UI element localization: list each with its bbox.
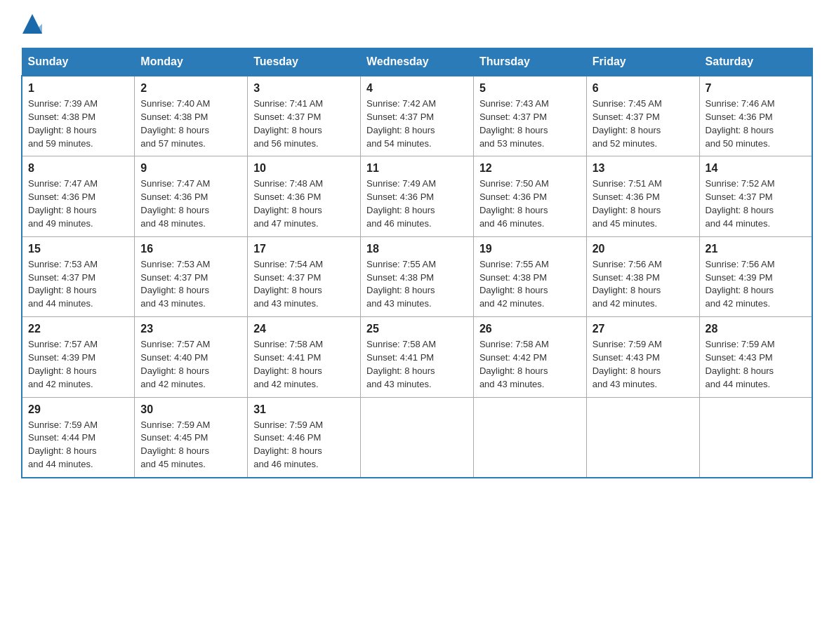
day-info: Sunrise: 7:43 AMSunset: 4:37 PMDaylight:… <box>479 98 549 149</box>
header-friday: Friday <box>586 48 699 76</box>
calendar-cell <box>699 397 812 478</box>
day-number: 24 <box>253 323 355 335</box>
day-info: Sunrise: 7:39 AMSunset: 4:38 PMDaylight:… <box>28 98 98 149</box>
calendar-cell: 2 Sunrise: 7:40 AMSunset: 4:38 PMDayligh… <box>135 76 248 156</box>
calendar-cell: 16 Sunrise: 7:53 AMSunset: 4:37 PMDaylig… <box>135 236 248 316</box>
calendar-cell: 28 Sunrise: 7:59 AMSunset: 4:43 PMDaylig… <box>699 317 812 397</box>
day-info: Sunrise: 7:47 AMSunset: 4:36 PMDaylight:… <box>28 178 98 229</box>
calendar-cell: 24 Sunrise: 7:58 AMSunset: 4:41 PMDaylig… <box>248 317 361 397</box>
day-info: Sunrise: 7:57 AMSunset: 4:39 PMDaylight:… <box>28 339 98 389</box>
calendar-week-row: 8 Sunrise: 7:47 AMSunset: 4:36 PMDayligh… <box>22 156 812 236</box>
header-saturday: Saturday <box>699 48 812 76</box>
day-info: Sunrise: 7:41 AMSunset: 4:37 PMDaylight:… <box>253 98 323 149</box>
calendar-cell: 23 Sunrise: 7:57 AMSunset: 4:40 PMDaylig… <box>135 317 248 397</box>
calendar-week-row: 22 Sunrise: 7:57 AMSunset: 4:39 PMDaylig… <box>22 317 812 397</box>
calendar-cell: 21 Sunrise: 7:56 AMSunset: 4:39 PMDaylig… <box>699 236 812 316</box>
calendar-cell: 8 Sunrise: 7:47 AMSunset: 4:36 PMDayligh… <box>22 156 135 236</box>
calendar-week-row: 1 Sunrise: 7:39 AMSunset: 4:38 PMDayligh… <box>22 76 812 156</box>
day-number: 10 <box>253 162 355 175</box>
day-number: 26 <box>479 323 581 335</box>
day-number: 28 <box>706 323 806 335</box>
calendar-cell: 3 Sunrise: 7:41 AMSunset: 4:37 PMDayligh… <box>248 76 361 156</box>
day-number: 13 <box>593 162 694 175</box>
calendar-week-row: 29 Sunrise: 7:59 AMSunset: 4:44 PMDaylig… <box>22 397 812 478</box>
day-info: Sunrise: 7:55 AMSunset: 4:38 PMDaylight:… <box>366 259 436 309</box>
calendar-table: SundayMondayTuesdayWednesdayThursdayFrid… <box>21 48 813 478</box>
calendar-cell: 22 Sunrise: 7:57 AMSunset: 4:39 PMDaylig… <box>22 317 135 397</box>
day-number: 11 <box>366 162 468 175</box>
header-wednesday: Wednesday <box>361 48 474 76</box>
day-info: Sunrise: 7:59 AMSunset: 4:43 PMDaylight:… <box>706 339 775 389</box>
day-number: 2 <box>140 82 241 95</box>
calendar-cell: 9 Sunrise: 7:47 AMSunset: 4:36 PMDayligh… <box>135 156 248 236</box>
day-info: Sunrise: 7:51 AMSunset: 4:36 PMDaylight:… <box>593 178 662 229</box>
day-info: Sunrise: 7:48 AMSunset: 4:36 PMDaylight:… <box>253 178 323 229</box>
day-info: Sunrise: 7:49 AMSunset: 4:36 PMDaylight:… <box>366 178 436 229</box>
day-number: 30 <box>140 403 241 416</box>
calendar-cell: 14 Sunrise: 7:52 AMSunset: 4:37 PMDaylig… <box>699 156 812 236</box>
calendar-cell <box>473 397 586 478</box>
day-info: Sunrise: 7:59 AMSunset: 4:44 PMDaylight:… <box>28 420 98 470</box>
calendar-cell: 7 Sunrise: 7:46 AMSunset: 4:36 PMDayligh… <box>699 76 812 156</box>
day-number: 20 <box>593 243 694 255</box>
calendar-cell: 12 Sunrise: 7:50 AMSunset: 4:36 PMDaylig… <box>473 156 586 236</box>
day-info: Sunrise: 7:53 AMSunset: 4:37 PMDaylight:… <box>140 259 210 309</box>
header-monday: Monday <box>135 48 248 76</box>
day-number: 7 <box>706 82 806 95</box>
calendar-cell: 4 Sunrise: 7:42 AMSunset: 4:37 PMDayligh… <box>361 76 474 156</box>
day-info: Sunrise: 7:56 AMSunset: 4:38 PMDaylight:… <box>593 259 662 309</box>
day-info: Sunrise: 7:47 AMSunset: 4:36 PMDaylight:… <box>140 178 210 229</box>
calendar-cell: 13 Sunrise: 7:51 AMSunset: 4:36 PMDaylig… <box>586 156 699 236</box>
day-number: 31 <box>253 403 355 416</box>
day-info: Sunrise: 7:50 AMSunset: 4:36 PMDaylight:… <box>479 178 549 229</box>
day-number: 6 <box>593 82 694 95</box>
calendar-cell: 19 Sunrise: 7:55 AMSunset: 4:38 PMDaylig… <box>473 236 586 316</box>
calendar-cell <box>586 397 699 478</box>
day-number: 15 <box>28 243 128 255</box>
day-number: 21 <box>706 243 806 255</box>
calendar-cell: 20 Sunrise: 7:56 AMSunset: 4:38 PMDaylig… <box>586 236 699 316</box>
day-info: Sunrise: 7:58 AMSunset: 4:42 PMDaylight:… <box>479 339 549 389</box>
day-info: Sunrise: 7:42 AMSunset: 4:37 PMDaylight:… <box>366 98 436 149</box>
day-number: 22 <box>28 323 128 335</box>
calendar-cell: 11 Sunrise: 7:49 AMSunset: 4:36 PMDaylig… <box>361 156 474 236</box>
calendar-cell <box>361 397 474 478</box>
day-number: 12 <box>479 162 581 175</box>
calendar-cell: 18 Sunrise: 7:55 AMSunset: 4:38 PMDaylig… <box>361 236 474 316</box>
day-number: 18 <box>366 243 468 255</box>
day-info: Sunrise: 7:57 AMSunset: 4:40 PMDaylight:… <box>140 339 210 389</box>
day-info: Sunrise: 7:54 AMSunset: 4:37 PMDaylight:… <box>253 259 323 309</box>
day-number: 16 <box>140 243 241 255</box>
header-thursday: Thursday <box>473 48 586 76</box>
page-header <box>21 14 813 34</box>
calendar-cell: 31 Sunrise: 7:59 AMSunset: 4:46 PMDaylig… <box>248 397 361 478</box>
calendar-week-row: 15 Sunrise: 7:53 AMSunset: 4:37 PMDaylig… <box>22 236 812 316</box>
calendar-cell: 1 Sunrise: 7:39 AMSunset: 4:38 PMDayligh… <box>22 76 135 156</box>
day-number: 1 <box>28 82 128 95</box>
calendar-cell: 15 Sunrise: 7:53 AMSunset: 4:37 PMDaylig… <box>22 236 135 316</box>
header-sunday: Sunday <box>22 48 135 76</box>
day-info: Sunrise: 7:59 AMSunset: 4:45 PMDaylight:… <box>140 420 210 470</box>
day-info: Sunrise: 7:59 AMSunset: 4:43 PMDaylight:… <box>593 339 662 389</box>
day-number: 8 <box>28 162 128 175</box>
calendar-cell: 5 Sunrise: 7:43 AMSunset: 4:37 PMDayligh… <box>473 76 586 156</box>
calendar-cell: 25 Sunrise: 7:58 AMSunset: 4:41 PMDaylig… <box>361 317 474 397</box>
day-number: 4 <box>366 82 468 95</box>
day-number: 25 <box>366 323 468 335</box>
calendar-header-row: SundayMondayTuesdayWednesdayThursdayFrid… <box>22 48 812 76</box>
calendar-cell: 29 Sunrise: 7:59 AMSunset: 4:44 PMDaylig… <box>22 397 135 478</box>
day-info: Sunrise: 7:59 AMSunset: 4:46 PMDaylight:… <box>253 420 323 470</box>
day-info: Sunrise: 7:58 AMSunset: 4:41 PMDaylight:… <box>253 339 323 389</box>
day-info: Sunrise: 7:40 AMSunset: 4:38 PMDaylight:… <box>140 98 210 149</box>
day-info: Sunrise: 7:53 AMSunset: 4:37 PMDaylight:… <box>28 259 98 309</box>
calendar-cell: 27 Sunrise: 7:59 AMSunset: 4:43 PMDaylig… <box>586 317 699 397</box>
day-info: Sunrise: 7:45 AMSunset: 4:37 PMDaylight:… <box>593 98 662 149</box>
day-info: Sunrise: 7:46 AMSunset: 4:36 PMDaylight:… <box>706 98 775 149</box>
day-info: Sunrise: 7:55 AMSunset: 4:38 PMDaylight:… <box>479 259 549 309</box>
day-number: 9 <box>140 162 241 175</box>
day-number: 5 <box>479 82 581 95</box>
day-info: Sunrise: 7:56 AMSunset: 4:39 PMDaylight:… <box>706 259 775 309</box>
calendar-cell: 6 Sunrise: 7:45 AMSunset: 4:37 PMDayligh… <box>586 76 699 156</box>
day-number: 29 <box>28 403 128 416</box>
day-number: 27 <box>593 323 694 335</box>
